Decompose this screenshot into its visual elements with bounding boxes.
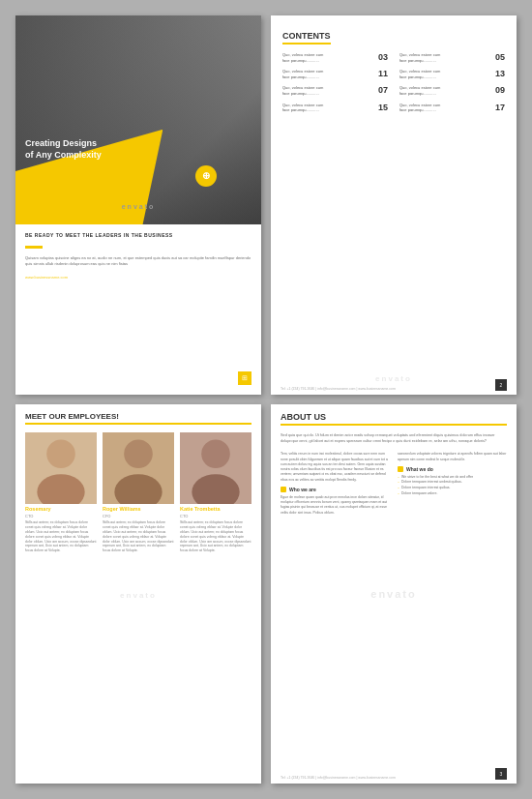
employee-photo-1 bbox=[25, 432, 97, 504]
page-about: ABOUT US Sed quia que qui do. Ut hilum e… bbox=[271, 404, 517, 784]
about-col1-section-title: Who we are bbox=[281, 487, 390, 492]
employee-role-1: CTO bbox=[25, 514, 97, 518]
envato-watermark-3: envato bbox=[120, 588, 157, 600]
about-intro: Sed quia que qui do. Ut hilum et denim a… bbox=[281, 433, 507, 444]
contents-header: CONTENTS bbox=[282, 31, 331, 44]
employee-desc-1: Stills aut antem; ex doluptam focus dolo… bbox=[25, 520, 97, 553]
cover-title: Creating Designs of Any Complexity bbox=[25, 137, 102, 162]
page-contents: CONTENTS Quo, volecu estore cumface paru… bbox=[271, 15, 517, 395]
about-col1-body: Tem, velitis rerum in eum inci molestimu… bbox=[281, 452, 390, 483]
employee-desc-2: Stills aut antem; ex doluptam focus dolo… bbox=[103, 520, 174, 553]
employee-name-1: Rosemary bbox=[25, 506, 97, 512]
contents-item-7: Quo, volecu estore cumface parumqu......… bbox=[282, 103, 388, 113]
about-col1-section-label: Who we are bbox=[289, 487, 316, 492]
employee-desc-3: Stills aut antem; ex doluptam focus dolo… bbox=[180, 520, 251, 553]
contents-item-4: Quo, volecu estore cumface parumqu......… bbox=[399, 69, 505, 79]
employee-name-3: Katie Trombetta bbox=[180, 506, 251, 512]
cover-body: Quisam voluptas quiscine aligns ea no at… bbox=[25, 255, 251, 267]
about-col2-section-title: What we do bbox=[398, 466, 507, 472]
page-cover: Creating Designs of Any Complexity ⊕ BE … bbox=[15, 15, 261, 395]
search-icon: ⊕ bbox=[195, 165, 217, 187]
svg-point-7 bbox=[201, 439, 230, 468]
cover-tagline: BE READY TO MEET THE LEADERS IN THE BUSI… bbox=[25, 232, 251, 238]
cover-yellow-bar bbox=[25, 246, 43, 249]
about-col-2: saeceovlum voluptate volores trigniture … bbox=[398, 452, 507, 776]
employee-role-2: CFO bbox=[103, 514, 174, 518]
about-yellow-dot-2 bbox=[398, 466, 403, 472]
contents-item-1: Quo, volecu estore cumface parumqu......… bbox=[282, 52, 388, 63]
employee-role-3: CTO bbox=[180, 514, 251, 518]
employees-grid: Rosemary CTO Stills aut antem; ex dolupt… bbox=[25, 432, 251, 553]
contents-grid: Quo, volecu estore cumface parumqu......… bbox=[282, 52, 505, 113]
about-footer: Tel: +1 (234) 791-3646 | info@businessna… bbox=[271, 776, 517, 780]
about-header: ABOUT US bbox=[281, 412, 507, 426]
cover-url: www.businessname.com bbox=[25, 275, 251, 280]
contents-item-2: Quo, volecu estore cumface parumqu......… bbox=[399, 52, 505, 63]
employee-card-3: Katie Trombetta CTO Stills aut antem; ex… bbox=[180, 432, 251, 553]
employee-name-2: Roger Williams bbox=[103, 506, 174, 512]
about-list-item-4: Dolore temquam valore. bbox=[398, 491, 507, 497]
about-col2-body: saeceovlum voluptate volores trigniture … bbox=[398, 452, 507, 462]
page-number-3: 3 bbox=[495, 768, 507, 780]
employee-card-2: Roger Williams CFO Stills aut antem; ex … bbox=[103, 432, 174, 553]
employee-photo-2 bbox=[103, 432, 174, 504]
cover-image: Creating Designs of Any Complexity ⊕ bbox=[15, 15, 261, 224]
about-col1-section-body: Egue de molese quam qualo aut proe mmolu… bbox=[281, 495, 390, 516]
about-col2-section-label: What we do bbox=[406, 466, 433, 472]
contents-item-3: Quo, volecu estore cumface parumqu......… bbox=[282, 69, 388, 79]
svg-point-1 bbox=[46, 439, 75, 468]
about-yellow-dot-1 bbox=[281, 487, 286, 492]
about-col-1: Tem, velitis rerum in eum inci molestimu… bbox=[281, 452, 390, 776]
svg-point-4 bbox=[124, 439, 153, 468]
employee-card-1: Rosemary CTO Stills aut antem; ex dolupt… bbox=[25, 432, 97, 553]
about-columns: Tem, velitis rerum in eum inci molestimu… bbox=[281, 452, 507, 776]
employee-photo-3 bbox=[180, 432, 251, 504]
contents-footer: Tel: +1 (234) 791-3646 | info@businessna… bbox=[271, 387, 517, 391]
cover-bottom: BE READY TO MEET THE LEADERS IN THE BUSI… bbox=[15, 224, 261, 395]
page-employees: MEET OUR EMPLOYEES! Rosemary CTO Stills … bbox=[15, 404, 261, 784]
contents-item-6: Quo, volecu estore cumface parumqu......… bbox=[399, 85, 505, 96]
envato-watermark-2: envato bbox=[375, 372, 412, 383]
employees-header: MEET OUR EMPLOYEES! bbox=[25, 412, 251, 425]
contents-item-5: Quo, volecu estore cumface parumqu......… bbox=[282, 85, 388, 96]
contents-item-8: Quo, volecu estore cumface parumqu......… bbox=[399, 103, 505, 113]
page-number-2: 2 bbox=[495, 379, 507, 391]
cover-accent: ⊞ bbox=[238, 371, 251, 385]
